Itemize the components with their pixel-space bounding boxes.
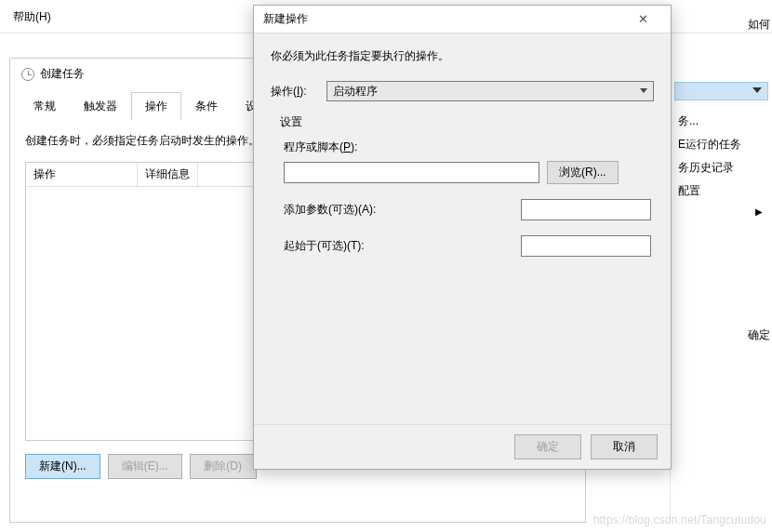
new-action-footer: 确定 取消 xyxy=(254,424,671,469)
program-row: 浏览(R)... xyxy=(284,161,654,184)
settings-section-label: 设置 xyxy=(280,114,654,130)
actions-pane-item[interactable]: 务... xyxy=(671,110,772,133)
actions-pane-history[interactable]: 务历史记录 xyxy=(671,156,772,180)
col-detail[interactable]: 详细信息 xyxy=(138,163,198,186)
edit-button: 编辑(E)... xyxy=(108,454,182,479)
new-action-dialog: 新建操作 ✕ 你必须为此任务指定要执行的操作。 操作(I): 启动程序 设置 程… xyxy=(253,5,672,470)
startin-row: 起始于(可选)(T): xyxy=(284,235,654,257)
action-combobox[interactable]: 启动程序 xyxy=(326,81,654,101)
chevron-right-icon: ▶ xyxy=(671,203,772,220)
create-task-title-text: 创建任务 xyxy=(40,66,85,82)
tab-conditions[interactable]: 条件 xyxy=(181,92,232,120)
chevron-up-icon xyxy=(752,87,762,93)
clock-icon xyxy=(21,68,34,81)
delete-button: 删除(D) xyxy=(190,454,257,479)
action-label: 操作(I): xyxy=(271,84,317,100)
actions-pane-running[interactable]: E运行的任务 xyxy=(671,133,772,156)
menu-help[interactable]: 帮助(H) xyxy=(13,10,51,23)
startin-input[interactable] xyxy=(521,235,651,257)
actions-pane-header[interactable] xyxy=(674,82,768,100)
new-action-titlebar[interactable]: 新建操作 ✕ xyxy=(254,6,671,33)
new-action-desc: 你必须为此任务指定要执行的操作。 xyxy=(271,48,654,64)
fragment-text-2: 确定 xyxy=(748,327,770,343)
action-row: 操作(I): 启动程序 xyxy=(271,81,654,101)
new-button[interactable]: 新建(N)... xyxy=(25,454,100,479)
actions-pane: 务... E运行的任务 务历史记录 配置 ▶ xyxy=(670,33,772,517)
watermark: https://blog.csdn.net/Tangcutudou xyxy=(593,513,766,526)
ok-button: 确定 xyxy=(514,434,581,459)
program-label: 程序或脚本(P): xyxy=(284,140,654,155)
program-input[interactable] xyxy=(284,162,539,183)
new-action-title: 新建操作 xyxy=(263,11,624,27)
close-icon[interactable]: ✕ xyxy=(624,12,661,26)
tab-actions[interactable]: 操作 xyxy=(131,92,181,120)
cancel-button[interactable]: 取消 xyxy=(591,434,658,459)
tab-general[interactable]: 常规 xyxy=(20,92,70,120)
new-action-body: 你必须为此任务指定要执行的操作。 操作(I): 启动程序 设置 程序或脚本(P)… xyxy=(254,33,671,424)
args-input[interactable] xyxy=(521,199,651,220)
chevron-down-icon xyxy=(640,88,647,93)
action-combobox-value: 启动程序 xyxy=(333,84,378,100)
col-action[interactable]: 操作 xyxy=(26,163,138,186)
args-row: 添加参数(可选)(A): xyxy=(284,199,654,220)
startin-label: 起始于(可选)(T): xyxy=(284,238,521,254)
browse-button[interactable]: 浏览(R)... xyxy=(547,161,619,184)
args-label: 添加参数(可选)(A): xyxy=(284,202,521,218)
tab-triggers[interactable]: 触发器 xyxy=(70,92,131,120)
settings-section: 程序或脚本(P): 浏览(R)... 添加参数(可选)(A): 起始于(可选)(… xyxy=(284,140,654,257)
fragment-text: 如何 xyxy=(748,17,770,33)
actions-pane-config[interactable]: 配置 xyxy=(671,180,772,203)
